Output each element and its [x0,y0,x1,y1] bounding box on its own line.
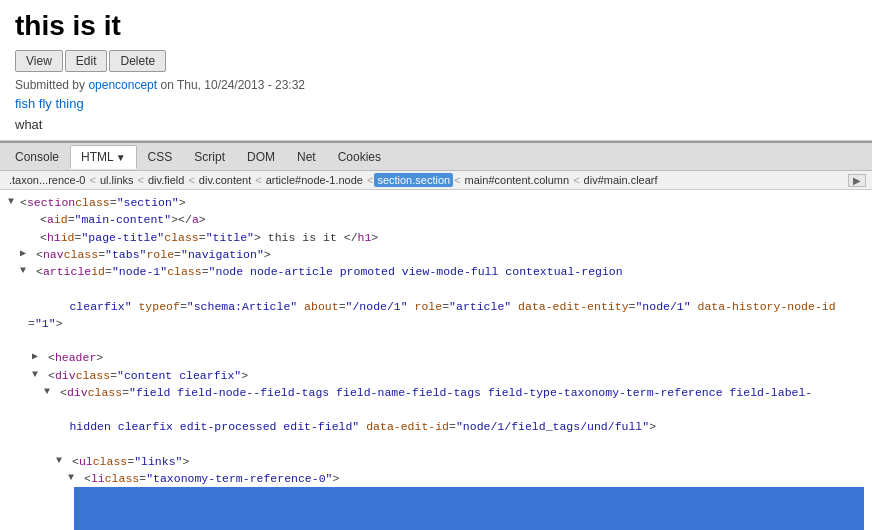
breadcrumb-item-1[interactable]: ul.links [97,173,137,187]
source-line-8b: hidden clearfix edit-processed edit-fiel… [8,401,864,453]
source-line-2: <a id="main-content"></a> [8,211,864,228]
breadcrumb-item-2[interactable]: div.field [145,173,187,187]
tab-html[interactable]: HTML ▼ [70,145,137,169]
action-buttons: View Edit Delete [15,50,857,72]
breadcrumb-item-7[interactable]: div#main.clearf [581,173,661,187]
toggle-article[interactable] [20,263,32,278]
devtools-tab-bar: Console HTML ▼ CSS Script DOM Net Cookie… [0,143,872,171]
tab-css[interactable]: CSS [137,145,184,169]
source-line-1: <section class="section"> [8,194,864,211]
breadcrumb-bar: .taxon...rence-0 < ul.links < div.field … [0,171,872,190]
delete-button[interactable]: Delete [109,50,166,72]
tab-console[interactable]: Console [4,145,70,169]
breadcrumb-item-4[interactable]: article#node-1.node [263,173,366,187]
toggle-nav[interactable] [20,246,32,261]
source-line-3: <h1 id="page-title" class="title"> this … [8,229,864,246]
what-text: what [15,117,857,132]
source-line-5b: clearfix" typeof="schema:Article" about=… [8,280,864,349]
tab-dom[interactable]: DOM [236,145,286,169]
toggle-li-tax[interactable] [68,470,80,485]
source-line-6: <header> [8,349,864,366]
source-line-8: <div class="field field-node--field-tags… [8,384,864,401]
breadcrumb-item-5[interactable]: section.section [374,173,453,187]
tab-script[interactable]: Script [183,145,236,169]
breadcrumb-item-0[interactable]: .taxon...rence-0 [6,173,88,187]
author-link[interactable]: openconcept [88,78,157,92]
breadcrumb-item-6[interactable]: main#content.column [462,173,573,187]
source-line-5: <article id="node-1" class="node node-ar… [8,263,864,280]
view-button[interactable]: View [15,50,63,72]
source-line-7: <div class="content clearfix"> [8,367,864,384]
breadcrumb-right-arrow[interactable]: ▶ [848,174,866,187]
toggle-section[interactable] [8,194,20,209]
source-line-10: <li class="taxonomy-term-reference-0"> [8,470,864,487]
toggle-header[interactable] [32,349,44,364]
toggle-div-field-tags[interactable] [44,384,56,399]
toggle-ul-links[interactable] [56,453,68,468]
tab-cookies[interactable]: Cookies [327,145,392,169]
tab-net[interactable]: Net [286,145,327,169]
breadcrumb-item-3[interactable]: div.content [196,173,254,187]
devtools-panel: Console HTML ▼ CSS Script DOM Net Cookie… [0,141,872,530]
source-line-4: <nav class="tabs" role="navigation"> [8,246,864,263]
html-source-panel: <section class="section"> <a id="main-co… [0,190,872,530]
tag-link[interactable]: fish fly thing [15,96,84,111]
page-title: this is it [15,10,857,42]
source-line-11[interactable]: <a property="schema:about" href="/taxono… [8,487,864,530]
page-content: this is it View Edit Delete Submitted by… [0,0,872,141]
toggle-div-content[interactable] [32,367,44,382]
html-dropdown-icon[interactable]: ▼ [116,152,126,163]
source-line-9: <ul class="links"> [8,453,864,470]
submitted-info: Submitted by openconcept on Thu, 10/24/2… [15,78,857,92]
edit-button[interactable]: Edit [65,50,108,72]
